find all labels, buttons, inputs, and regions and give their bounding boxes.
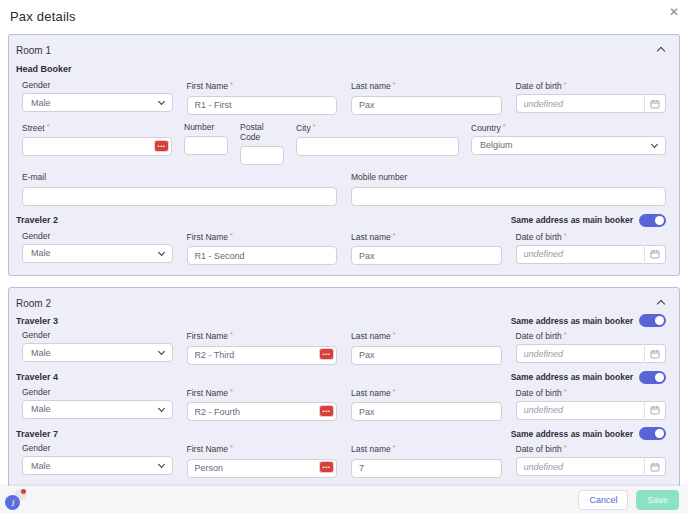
last-name-label: Last name	[351, 388, 391, 398]
head-booker-section-label: Head Booker	[16, 64, 666, 74]
dob-label: Date of birth	[516, 81, 562, 91]
required-marker: *	[564, 443, 567, 452]
room2-collapse-chevron-icon[interactable]	[657, 299, 665, 307]
required-marker: *	[230, 330, 233, 339]
gender-label: Gender	[22, 80, 50, 90]
traveler3-firstname-input[interactable]	[187, 346, 338, 365]
close-icon[interactable]: ✕	[669, 6, 679, 18]
traveler4-lastname-input[interactable]	[351, 402, 502, 421]
traveler4-lastname-field: Last name*	[351, 387, 502, 422]
traveler7-dob-input[interactable]	[516, 457, 645, 476]
traveler3-firstname-field: First Name* •••	[187, 330, 338, 365]
gender-label: Gender	[22, 330, 50, 340]
headbooker-lastname-field: Last name*	[351, 80, 502, 115]
traveler2-gender-select[interactable]: Male	[22, 244, 173, 263]
traveler4-dob-field: Date of birth*	[516, 387, 667, 422]
postal-code-label: Postal Code	[240, 122, 264, 142]
traveler3-dob-field: Date of birth*	[516, 330, 667, 365]
dob-label: Date of birth	[516, 388, 562, 398]
chevron-down-icon	[651, 140, 658, 147]
traveler3-gender-field: Gender Male	[22, 330, 173, 365]
toggle-knob	[655, 216, 664, 225]
traveler3-same-address-toggle[interactable]	[639, 314, 666, 327]
error-ellipsis-icon: •••	[320, 462, 333, 472]
required-marker: *	[564, 80, 567, 89]
headbooker-gender-select[interactable]: Male	[22, 93, 173, 112]
number-input[interactable]	[184, 136, 228, 155]
dialog-header: Pax details	[0, 0, 688, 34]
city-input[interactable]	[296, 137, 459, 156]
traveler7-firstname-input[interactable]	[187, 459, 338, 478]
notification-dot-icon	[21, 489, 26, 494]
required-marker: *	[230, 231, 233, 240]
same-address-label: Same address as main booker	[511, 215, 633, 225]
calendar-icon[interactable]	[644, 344, 666, 363]
room1-panel: Room 1 Head Booker Gender Male First Nam…	[8, 34, 680, 276]
traveler3-gender-select[interactable]: Male	[22, 343, 173, 362]
first-name-label: First Name	[187, 81, 229, 91]
dob-label: Date of birth	[516, 444, 562, 454]
error-ellipsis-icon: •••	[320, 349, 333, 359]
traveler2-lastname-input[interactable]	[351, 246, 502, 265]
required-marker: *	[230, 443, 233, 452]
info-widget[interactable]: i	[5, 489, 29, 510]
info-icon[interactable]: i	[5, 495, 20, 510]
postal-code-input[interactable]	[240, 146, 284, 165]
first-name-label: First Name	[187, 388, 229, 398]
last-name-label: Last name	[351, 444, 391, 454]
traveler3-section-label: Traveler 3	[16, 316, 58, 326]
traveler4-same-address-toggle[interactable]	[639, 371, 666, 384]
first-name-label: First Name	[187, 331, 229, 341]
calendar-icon[interactable]	[644, 457, 666, 476]
traveler2-same-address-toggle[interactable]	[639, 214, 666, 227]
traveler2-section-label: Traveler 2	[16, 215, 58, 225]
calendar-icon[interactable]	[644, 94, 666, 113]
calendar-icon[interactable]	[644, 245, 666, 264]
save-button[interactable]: Save	[636, 490, 679, 510]
traveler4-dob-input[interactable]	[516, 401, 645, 420]
traveler3-dob-input[interactable]	[516, 344, 645, 363]
traveler2-firstname-input[interactable]	[187, 246, 338, 265]
required-marker: *	[393, 330, 396, 339]
traveler7-same-address-toggle[interactable]	[639, 427, 666, 440]
traveler2-gender-field: Gender Male	[22, 231, 173, 266]
room1-title: Room 1	[16, 45, 51, 56]
traveler7-lastname-input[interactable]	[351, 459, 502, 478]
error-ellipsis-icon: •••	[320, 406, 333, 416]
room1-collapse-chevron-icon[interactable]	[657, 46, 665, 54]
required-marker: *	[393, 80, 396, 89]
required-marker: *	[393, 387, 396, 396]
chevron-down-icon	[157, 98, 164, 105]
calendar-icon[interactable]	[644, 401, 666, 420]
mobile-label: Mobile number	[351, 172, 407, 182]
country-select[interactable]: Belgium	[471, 136, 666, 155]
number-label: Number	[184, 122, 214, 132]
headbooker-dob-field: Date of birth*	[516, 80, 667, 115]
headbooker-gender-field: Gender Male	[22, 80, 173, 115]
traveler4-firstname-input[interactable]	[187, 402, 338, 421]
chevron-down-icon	[157, 348, 164, 355]
headbooker-dob-input[interactable]	[516, 94, 645, 113]
traveler7-gender-select[interactable]: Male	[22, 456, 173, 475]
traveler2-dob-field: Date of birth*	[516, 231, 667, 266]
required-marker: *	[230, 387, 233, 396]
cancel-button[interactable]: Cancel	[578, 490, 628, 510]
first-name-label: First Name	[187, 444, 229, 454]
traveler2-lastname-field: Last name*	[351, 231, 502, 266]
traveler3-lastname-input[interactable]	[351, 346, 502, 365]
first-name-label: First Name	[187, 232, 229, 242]
email-input[interactable]	[22, 187, 337, 206]
dialog-footer: Cancel Save	[0, 486, 688, 513]
dialog-title: Pax details	[10, 9, 678, 24]
dob-label: Date of birth	[516, 331, 562, 341]
room2-panel: Room 2 Traveler 3 Same address as main b…	[8, 287, 680, 489]
required-marker: *	[564, 330, 567, 339]
headbooker-lastname-input[interactable]	[351, 96, 502, 115]
traveler4-gender-select[interactable]: Male	[22, 400, 173, 419]
last-name-label: Last name	[351, 331, 391, 341]
mobile-input[interactable]	[351, 187, 666, 206]
street-input[interactable]	[22, 137, 172, 156]
traveler2-dob-input[interactable]	[516, 245, 645, 264]
chevron-down-icon	[157, 461, 164, 468]
headbooker-firstname-input[interactable]	[187, 96, 338, 115]
